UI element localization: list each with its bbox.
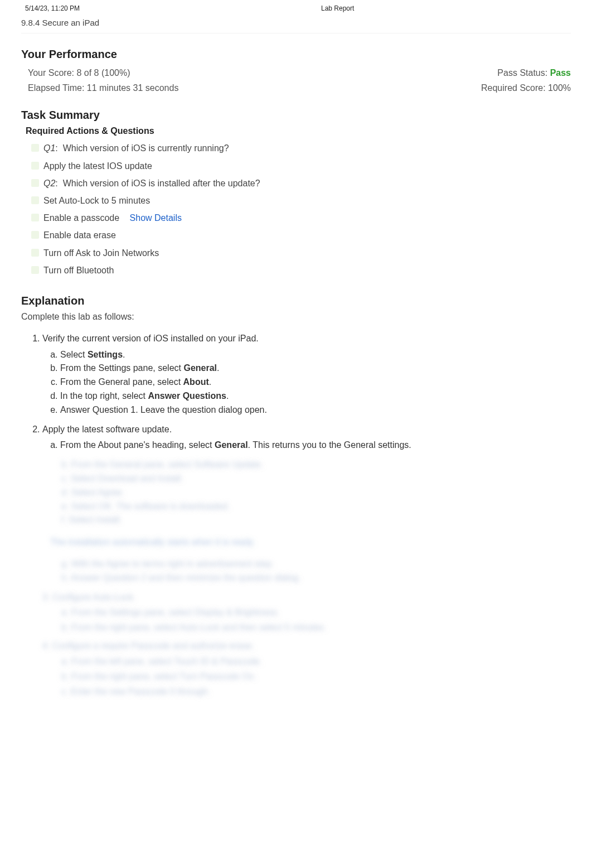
action-item: Enable a passcode Show Details bbox=[31, 209, 571, 226]
explanation-intro: Complete this lab as follows: bbox=[21, 312, 571, 322]
action-text: Which version of iOS is installed after … bbox=[63, 179, 260, 188]
action-text: Set Auto-Lock to 5 minutes bbox=[43, 196, 150, 205]
action-text: Apply the latest IOS update bbox=[43, 161, 152, 171]
performance-section: Your Performance Your Score: 8 of 8 (100… bbox=[21, 48, 571, 108]
obscured-content: g. With the Agree to terms right in adve… bbox=[21, 557, 571, 585]
print-header: 5/14/23, 11:20 PM Lab Report bbox=[0, 0, 592, 15]
pass-status-value: Pass bbox=[550, 68, 571, 78]
pass-status: Pass Status: Pass bbox=[497, 65, 571, 80]
action-item: Q2: Which version of iOS is installed af… bbox=[31, 175, 571, 192]
action-text: Turn off Ask to Join Networks bbox=[43, 248, 159, 258]
step-item: Apply the latest software update. From t… bbox=[42, 423, 571, 453]
print-timestamp: 5/14/23, 11:20 PM bbox=[25, 4, 271, 12]
explanation-section: Explanation Complete this lab as follows… bbox=[21, 291, 571, 699]
action-text: Which version of iOS is currently runnin… bbox=[63, 143, 229, 153]
action-item: Apply the latest IOS update bbox=[31, 157, 571, 175]
substep: From the Settings pane, select General. bbox=[60, 361, 571, 375]
show-details-link[interactable]: Show Details bbox=[130, 213, 182, 223]
obscured-callout: The installation automatically starts wh… bbox=[50, 537, 571, 547]
obscured-content: 4. Configure a require Passcode and auth… bbox=[21, 638, 571, 699]
action-text: Turn off Bluetooth bbox=[43, 266, 114, 275]
substep: Answer Question 1. Leave the question di… bbox=[60, 403, 571, 417]
action-text: Enable data erase bbox=[43, 230, 116, 240]
required-score-text: Required Score: 100% bbox=[481, 80, 571, 95]
elapsed-text: Elapsed Time: 11 minutes 31 seconds bbox=[21, 80, 178, 95]
action-text: Enable a passcode bbox=[43, 213, 119, 223]
action-item: Q1: Which version of iOS is currently ru… bbox=[31, 139, 571, 157]
lab-title: 9.8.4 Secure an iPad bbox=[21, 15, 571, 33]
obscured-content: 3. Configure Auto-Lock. a. From the Sett… bbox=[21, 590, 571, 635]
task-summary-section: Task Summary Required Actions & Question… bbox=[21, 108, 571, 291]
substep: Select Settings. bbox=[60, 348, 571, 362]
action-item: Set Auto-Lock to 5 minutes bbox=[31, 192, 571, 209]
action-item: Turn off Ask to Join Networks bbox=[31, 244, 571, 262]
substep: In the top right, select Answer Question… bbox=[60, 389, 571, 403]
question-label: Q1 bbox=[43, 143, 55, 153]
required-actions-heading: Required Actions & Questions bbox=[26, 126, 571, 136]
step-title: Verify the current version of iOS instal… bbox=[42, 334, 259, 343]
action-item: Enable data erase bbox=[31, 226, 571, 244]
question-label: Q2 bbox=[43, 179, 55, 188]
pass-status-label: Pass Status: bbox=[497, 68, 550, 78]
step-item: Verify the current version of iOS instal… bbox=[42, 332, 571, 417]
obscured-content: b. From the General pane, select Softwar… bbox=[21, 458, 571, 527]
task-summary-heading: Task Summary bbox=[21, 109, 571, 122]
substep: From the General pane, select About. bbox=[60, 375, 571, 389]
print-title: Lab Report bbox=[271, 4, 567, 12]
performance-heading: Your Performance bbox=[21, 48, 571, 61]
action-item: Turn off Bluetooth bbox=[31, 262, 571, 279]
explanation-heading: Explanation bbox=[21, 295, 571, 307]
score-text: Your Score: 8 of 8 (100%) bbox=[21, 65, 130, 80]
substep: From the About pane's heading, select Ge… bbox=[60, 438, 571, 452]
step-title: Apply the latest software update. bbox=[42, 425, 172, 434]
